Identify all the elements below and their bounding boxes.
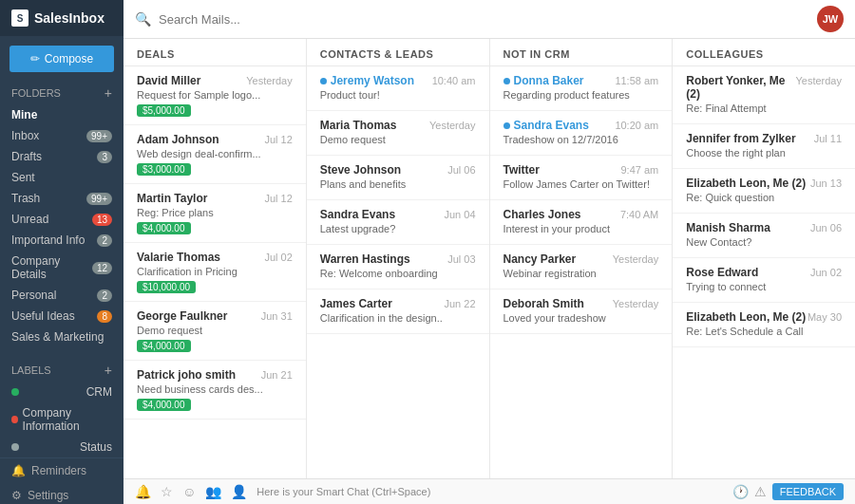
mail-item[interactable]: Manish SharmaJun 06New Contact? [673,214,855,258]
mail-sender-wrap: Maria Thomas [320,119,397,132]
sidebar-item-drafts[interactable]: Drafts3 [0,146,124,167]
mail-date: Jun 22 [444,298,475,309]
mail-sender: James Carter [320,297,392,310]
mail-item[interactable]: Warren HastingsJul 03Re: Welcome onboard… [307,245,489,289]
sidebar-item-importand-info[interactable]: Importand Info2 [0,230,124,251]
mail-item[interactable]: Deborah SmithYesterdayLoved your tradesh… [490,289,673,334]
sidebar-item-inbox[interactable]: Inbox99+ [0,125,124,146]
folder-badge: 8 [97,310,112,323]
mail-item[interactable]: Elizabeth Leon, Me (2)May 30Re: Let's Sc… [673,303,855,347]
col-not-in-crm: NOT IN CRMDonna Baker11:58 amRegarding p… [490,39,674,478]
mail-item-top: Jennifer from ZylkerJul 11 [686,132,842,145]
col-header-contacts: CONTACTS & LEADS [307,39,489,66]
sidebar-item-trash[interactable]: Trash99+ [0,188,124,209]
mail-item-top: Patrick joho smithJun 21 [137,368,293,382]
mail-subject: Latest upgrade? [320,223,476,234]
mail-date: Yesterday [795,75,842,86]
clock-icon[interactable]: 🕐 [732,484,749,499]
mail-sender: Patrick joho smith [137,368,236,382]
folder-name: Importand Info [11,233,85,247]
mail-item[interactable]: Jennifer from ZylkerJul 11Choose the rig… [673,124,855,169]
mail-subject: Webinar registration [504,268,659,279]
mail-item[interactable]: George FaulknerJun 31Demo request$4,000.… [124,302,306,361]
add-label-button[interactable]: + [104,363,112,378]
sidebar-item-useful-ideas[interactable]: Useful Ideas8 [0,306,124,327]
reminders-icon: 🔔 [11,464,26,477]
sidebar-item-unread[interactable]: Unread13 [0,209,124,230]
mail-item[interactable]: Robert Yonker, Me (2)YesterdayRe: Final … [673,66,855,124]
star-icon[interactable]: ☆ [161,484,173,499]
col-header-not-in-crm: NOT IN CRM [490,39,673,66]
mail-date: Jun 31 [261,310,293,322]
folder-badge: 99+ [86,193,112,205]
feedback-button[interactable]: FEEDBACK [772,483,844,500]
mail-item[interactable]: Sandra Evans10:20 amTradeshow on 12/7/20… [490,111,673,156]
mail-item[interactable]: Valarie ThomasJul 02Clarification in Pri… [124,243,306,302]
mail-item[interactable]: Charles Jones7:40 AMInterest in your pro… [490,200,673,245]
mail-item-top: Maria ThomasYesterday [320,119,476,132]
label-item-status[interactable]: Status [0,437,124,457]
mail-item[interactable]: Sandra EvansJun 04Latest upgrade? [307,200,489,245]
mail-item-top: James CarterJun 22 [320,297,476,310]
mail-subject: Clarification in Pricing [137,266,293,277]
mail-subject: Re: Let's Schedule a Call [686,326,842,337]
mail-item[interactable]: Patrick joho smithJun 21Need business ca… [124,361,306,420]
person-icon[interactable]: 👤 [231,484,247,499]
mail-item[interactable]: Twitter9:47 amFollow James Carter on Twi… [490,156,673,200]
mail-item[interactable]: Steve JohnsonJul 06Plans and benefits [307,156,489,200]
col-body-colleagues: Robert Yonker, Me (2)YesterdayRe: Final … [673,66,855,478]
mail-date: Jul 02 [264,252,292,263]
sidebar-bottom-item-reminders[interactable]: 🔔Reminders [0,458,124,483]
mail-item[interactable]: Donna Baker11:58 amRegarding product fea… [490,66,673,111]
mail-item[interactable]: Elizabeth Leon, Me (2)Jun 13Re: Quick qu… [673,169,855,214]
folder-name: Unread [11,213,48,226]
mail-item[interactable]: James CarterJun 22Clarification in the d… [307,289,489,334]
people-icon[interactable]: 👥 [205,484,221,499]
label-item-crm[interactable]: CRM [0,382,124,402]
mail-item-top: Sandra Evans10:20 am [504,119,659,132]
mail-sender-wrap: Deborah Smith [504,297,584,310]
mail-sender: Steve Johnson [320,163,401,177]
mail-item[interactable]: Jeremy Watson10:40 amProduct tour! [307,66,489,111]
folder-name: Useful Ideas [11,309,75,323]
sidebar-bottom-list: 🔔Reminders⚙Settings [0,458,124,504]
mail-item[interactable]: Maria ThomasYesterdayDemo request [307,111,489,156]
smiley-icon[interactable]: ☺ [182,484,196,499]
mail-sender: Elizabeth Leon, Me (2) [686,177,806,190]
bell-icon[interactable]: 🔔 [135,484,151,499]
mail-sender-wrap: Jennifer from Zylker [686,132,795,145]
sidebar-item-mine[interactable]: Mine [0,104,124,125]
label-item-company-information[interactable]: Company Information [0,402,124,437]
sidebar-item-sales-&-marketing[interactable]: Sales & Marketing [0,327,124,347]
mail-sender-wrap: Elizabeth Leon, Me (2) [686,177,806,190]
label-name: Status [80,440,112,454]
mail-subject: Regarding product features [504,89,659,101]
mail-subject: Follow James Carter on Twitter! [504,178,659,190]
mail-item[interactable]: Adam JohnsonJul 12Web design deal-confir… [124,125,306,184]
mail-date: 10:20 am [615,120,658,131]
col-colleagues: COLLEAGUESRobert Yonker, Me (2)Yesterday… [673,39,855,478]
col-body-deals: David MillerYesterdayRequest for Sample … [124,66,306,478]
mail-item[interactable]: Nancy ParkerYesterdayWebinar registratio… [490,245,673,289]
sidebar-item-personal[interactable]: Personal2 [0,285,124,306]
mail-date: Jul 12 [264,193,292,204]
mail-sender-wrap: James Carter [320,297,392,310]
search-input[interactable] [159,12,809,27]
mail-sender-wrap: George Faulkner [137,309,227,323]
mail-item[interactable]: Martin TaylorJul 12Reg: Price plans$4,00… [124,184,306,243]
mail-sender: Rose Edward [686,266,758,279]
compose-button[interactable]: ✏ Compose [10,46,114,72]
sidebar-item-sent[interactable]: Sent [0,167,124,188]
col-header-colleagues: COLLEAGUES [673,39,855,66]
alert-icon[interactable]: ⚠ [754,484,767,499]
mail-subject: Loved your tradeshow [504,312,659,324]
mail-item[interactable]: Rose EdwardJun 02Trying to connect [673,258,855,303]
add-folder-button[interactable]: + [104,85,112,101]
sidebar-item-company-details[interactable]: Company Details12 [0,251,124,285]
mail-item-top: David MillerYesterday [137,74,293,87]
mail-date: Jun 02 [810,267,842,278]
mail-item-top: Jeremy Watson10:40 am [320,74,476,87]
mail-item[interactable]: David MillerYesterdayRequest for Sample … [124,66,306,125]
mail-item-top: Elizabeth Leon, Me (2)May 30 [686,310,842,324]
sidebar-bottom-item-settings[interactable]: ⚙Settings [0,483,124,504]
